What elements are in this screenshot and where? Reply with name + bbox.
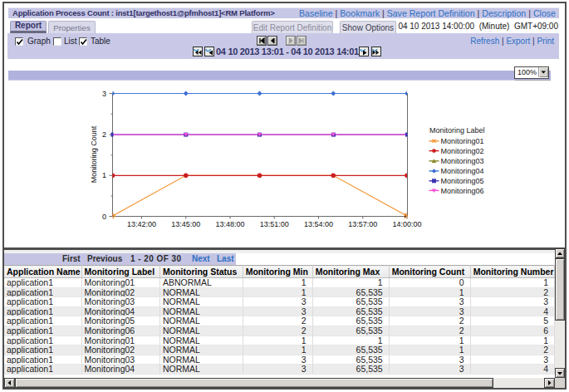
- svg-text:13:48:00: 13:48:00: [215, 220, 244, 228]
- svg-text:Monitoring01: Monitoring01: [441, 137, 484, 145]
- svg-text:14:00:00: 14:00:00: [392, 220, 421, 228]
- svg-text:Monitoring05: Monitoring05: [441, 177, 484, 185]
- svg-text:3: 3: [102, 90, 106, 98]
- svg-text:13:42:00: 13:42:00: [127, 220, 156, 228]
- svg-text:13:57:00: 13:57:00: [348, 220, 377, 228]
- svg-text:Monitoring06: Monitoring06: [441, 187, 484, 195]
- svg-text:13:45:00: 13:45:00: [171, 220, 200, 228]
- svg-text:13:54:00: 13:54:00: [304, 220, 333, 228]
- svg-text:Monitoring Count: Monitoring Count: [90, 125, 98, 183]
- svg-text:Monitoring Label: Monitoring Label: [429, 126, 485, 135]
- svg-text:1: 1: [102, 171, 106, 179]
- svg-text:2: 2: [102, 130, 106, 139]
- svg-text:Monitoring03: Monitoring03: [441, 157, 484, 165]
- svg-text:Monitoring04: Monitoring04: [441, 167, 484, 175]
- svg-text:13:51:00: 13:51:00: [260, 220, 289, 228]
- svg-text:0: 0: [102, 213, 106, 221]
- svg-text:Monitoring02: Monitoring02: [441, 147, 484, 155]
